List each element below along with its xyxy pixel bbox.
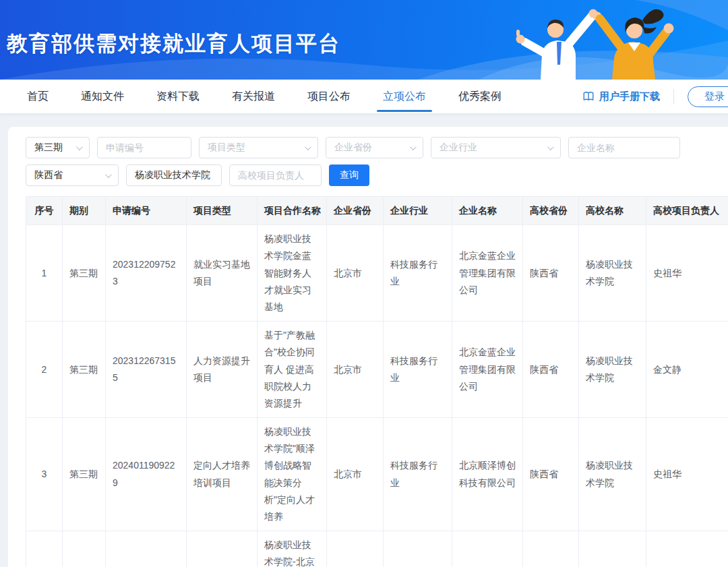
table-cell: 基于"产教融合"校企协同育人 促进高职院校人力资源提升 bbox=[257, 322, 327, 418]
table-cell: 定向人才培养培训项目 bbox=[187, 531, 257, 567]
chevron-down-icon bbox=[76, 144, 83, 150]
table-cell: 北京金蓝企业管理集团有限公司 bbox=[452, 322, 523, 418]
company-province-select-placeholder: 企业省份 bbox=[334, 142, 372, 154]
table-cell: 第三期 bbox=[63, 225, 106, 322]
table-cell: 人力资源提升项目 bbox=[187, 322, 257, 418]
table-cell: 北京顺泽博创科技有限公司 bbox=[452, 418, 523, 531]
nav-item-approval-announcement[interactable]: 立项公布 bbox=[383, 80, 426, 113]
nav-right-area: 用户手册下载 登录 bbox=[582, 86, 728, 107]
search-button[interactable]: 查询 bbox=[329, 165, 369, 186]
column-header: 企业行业 bbox=[384, 197, 452, 225]
column-header: 项目类型 bbox=[187, 197, 257, 225]
table-cell: 科技服务行业 bbox=[384, 531, 452, 567]
column-header: 企业名称 bbox=[452, 197, 523, 225]
period-select-value: 第三期 bbox=[34, 142, 63, 154]
table-cell: 史祖华 bbox=[646, 225, 728, 322]
nav-divider bbox=[673, 89, 674, 104]
table-cell: 4 bbox=[26, 531, 63, 567]
filter-row-2: 陕西省 查询 bbox=[26, 165, 728, 186]
period-select[interactable]: 第三期 bbox=[26, 137, 90, 158]
table-cell: 2023122097523 bbox=[106, 225, 187, 322]
school-province-select-value: 陕西省 bbox=[34, 169, 63, 181]
table-cell: 第三期 bbox=[63, 418, 106, 531]
table-cell: 杨凌职业技术学院"顺泽博创战略智能决策分析"定向人才培养 bbox=[257, 418, 327, 531]
table-cell: 第三期 bbox=[63, 531, 106, 567]
results-table: 序号期别申请编号项目类型项目合作名称企业省份企业行业企业名称高校省份高校名称高校… bbox=[26, 196, 728, 567]
table-cell: 陕西省 bbox=[523, 531, 579, 567]
table-cell: 定向人才培养培训项目 bbox=[187, 418, 257, 531]
table-cell: 杨凌职业技术学院金蓝智能财务人才就业实习基地 bbox=[257, 225, 327, 322]
application-no-input[interactable] bbox=[97, 137, 191, 158]
column-header: 高校名称 bbox=[579, 197, 646, 225]
table-cell: 杨凌职业技术学院 bbox=[579, 418, 646, 531]
table-cell: 陕西省 bbox=[523, 322, 579, 418]
table-cell: 1 bbox=[26, 225, 63, 322]
nav-item-material-download[interactable]: 资料下载 bbox=[156, 80, 200, 113]
company-name-input[interactable] bbox=[568, 137, 680, 158]
table-cell: 2023122673155 bbox=[106, 322, 187, 418]
results-table-wrapper: 序号期别申请编号项目类型项目合作名称企业省份企业行业企业名称高校省份高校名称高校… bbox=[26, 196, 728, 567]
table-row: 2第三期2023122673155人力资源提升项目基于"产教融合"校企协同育人 … bbox=[26, 322, 728, 418]
table-row: 1第三期2023122097523就业实习基地项目杨凌职业技术学院金蓝智能财务人… bbox=[26, 225, 728, 322]
chevron-down-icon bbox=[410, 144, 417, 150]
table-cell: 北京金蓝企业管理集团有限公司 bbox=[452, 225, 523, 322]
nav-item-related-reports[interactable]: 有关报道 bbox=[232, 80, 275, 113]
table-cell: 杨凌职业技术学院 bbox=[579, 322, 646, 418]
table-cell: 杨凌职业技术学院 bbox=[579, 531, 646, 567]
user-manual-download-label: 用户手册下载 bbox=[599, 90, 660, 103]
table-header-row: 序号期别申请编号项目类型项目合作名称企业省份企业行业企业名称高校省份高校名称高校… bbox=[26, 197, 728, 225]
column-header: 高校省份 bbox=[523, 197, 579, 225]
column-header: 申请编号 bbox=[106, 197, 187, 225]
company-province-select[interactable]: 企业省份 bbox=[326, 137, 423, 158]
table-cell: 福建省 bbox=[327, 531, 384, 567]
table-cell: 陕西省 bbox=[523, 225, 579, 322]
nav-tabs: 首页 通知文件 资料下载 有关报道 项目公布 立项公布 优秀案例 bbox=[27, 80, 502, 113]
table-cell: 杨凌职业技术学院 bbox=[579, 225, 646, 322]
top-banner: 教育部供需对接就业育人项目平台 bbox=[0, 0, 728, 80]
book-icon bbox=[582, 90, 595, 102]
table-cell: 第三期 bbox=[63, 322, 106, 418]
table-cell: 3 bbox=[26, 418, 63, 531]
table-cell: 科技服务行业 bbox=[384, 225, 452, 322]
table-cell: 杨凌职业技术学院-北京新大陆时代科技有限公司物联网及人工智能方向人才培养 bbox=[257, 531, 327, 567]
school-leader-input[interactable] bbox=[229, 165, 322, 186]
chevron-down-icon bbox=[547, 144, 554, 150]
user-manual-download-link[interactable]: 用户手册下载 bbox=[582, 90, 660, 103]
company-industry-select-placeholder: 企业行业 bbox=[439, 142, 477, 154]
nav-item-project-announcement[interactable]: 项目公布 bbox=[307, 80, 351, 113]
table-cell: 北京市 bbox=[327, 322, 384, 418]
nav-item-excellent-cases[interactable]: 优秀案例 bbox=[458, 80, 502, 113]
table-cell: 科技服务行业 bbox=[384, 322, 452, 418]
chevron-down-icon bbox=[305, 144, 311, 150]
school-province-select[interactable]: 陕西省 bbox=[26, 165, 119, 186]
page-title: 教育部供需对接就业育人项目平台 bbox=[7, 30, 340, 58]
banner-illustration-highfive bbox=[479, 0, 728, 80]
login-button[interactable]: 登录 bbox=[688, 86, 728, 107]
column-header: 高校项目负责人 bbox=[646, 197, 728, 225]
table-cell: 2024011909229 bbox=[106, 418, 187, 531]
company-industry-select[interactable]: 企业行业 bbox=[431, 137, 561, 158]
table-row: 4第三期2023122905190定向人才培养培训项目杨凌职业技术学院-北京新大… bbox=[26, 531, 728, 567]
nav-item-home[interactable]: 首页 bbox=[27, 80, 49, 113]
filter-row-1: 第三期 项目类型 企业省份 企业行业 bbox=[26, 137, 728, 158]
table-cell: 2023122905190 bbox=[106, 531, 187, 567]
school-name-input[interactable] bbox=[126, 165, 222, 186]
chevron-down-icon bbox=[105, 171, 112, 178]
table-cell: 就业实习基地项目 bbox=[187, 225, 257, 322]
table-cell: 2 bbox=[26, 322, 63, 418]
table-cell: 科技服务行业 bbox=[384, 418, 452, 531]
nav-item-notice-files[interactable]: 通知文件 bbox=[81, 80, 124, 113]
column-header: 企业省份 bbox=[327, 197, 384, 225]
table-cell: 北京新大陆时代科技有限公司 bbox=[452, 531, 523, 567]
table-cell: 陕西省 bbox=[523, 418, 579, 531]
project-type-select[interactable]: 项目类型 bbox=[199, 137, 318, 158]
project-type-select-placeholder: 项目类型 bbox=[208, 142, 245, 154]
table-cell: 金文静 bbox=[646, 322, 728, 418]
table-cell: 北京市 bbox=[327, 418, 384, 531]
table-cell: 史祖华 bbox=[646, 418, 728, 531]
table-cell: 北京市 bbox=[327, 225, 384, 322]
content-card: 第三期 项目类型 企业省份 企业行业 陕西省 查询 序号期别申请编号项目类型项目 bbox=[8, 127, 728, 567]
column-header: 序号 bbox=[26, 197, 63, 225]
table-row: 3第三期2024011909229定向人才培养培训项目杨凌职业技术学院"顺泽博创… bbox=[26, 418, 728, 531]
column-header: 期别 bbox=[63, 197, 106, 225]
